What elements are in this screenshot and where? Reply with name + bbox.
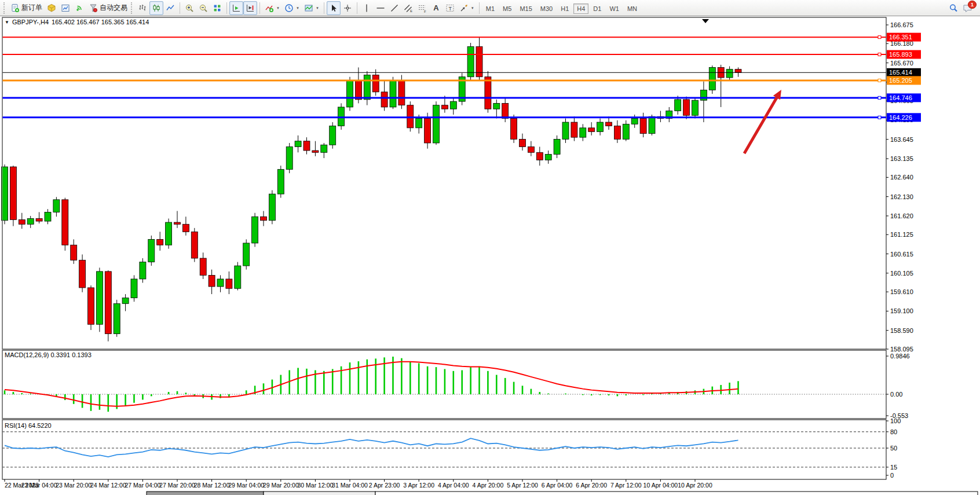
clock-icon [284, 3, 294, 13]
zoom-in-button[interactable] [182, 1, 196, 15]
timeframe-m1-button[interactable]: M1 [482, 3, 498, 14]
rsi-tick-label: 0 [890, 472, 894, 479]
template-icon [304, 3, 313, 13]
channel-icon: E [404, 3, 413, 13]
price-tick-label: 162.640 [890, 174, 913, 181]
indicators-button[interactable]: ▼ [262, 1, 282, 15]
time-axis-label: 23 Mar 20:00 [56, 482, 92, 489]
notification-badge: 1 [968, 1, 977, 9]
crosshair-tool-button[interactable] [341, 1, 354, 15]
toolbar-grip [131, 2, 134, 14]
timeframe-m30-button[interactable]: M30 [537, 3, 556, 14]
svg-text:F: F [424, 9, 426, 13]
templates-button[interactable]: ▼ [302, 1, 321, 15]
arrows-tool-button[interactable]: ▼ [457, 1, 477, 15]
time-axis-label: 4 Apr 20:00 [473, 482, 504, 489]
new-order-label: 新订单 [21, 3, 42, 13]
auto-trading-icon [89, 3, 98, 13]
time-axis-label: 27 Mar 20:00 [159, 482, 195, 489]
equidistant-channel-tool-button[interactable]: E [401, 1, 415, 15]
bottom-tab[interactable] [264, 492, 375, 495]
market-watch-button[interactable] [45, 1, 58, 15]
line-handle[interactable] [878, 36, 881, 39]
chart-title-symbol: GBPJPY-,H4 [12, 19, 49, 25]
tile-windows-button[interactable] [210, 1, 224, 15]
timeframe-d1-button[interactable]: D1 [590, 3, 605, 14]
macd-indicator-label: MACD(12,26,9) 0.3391 0.1393 [5, 351, 92, 358]
periods-button[interactable]: ▼ [282, 1, 302, 15]
time-axis-label: 29 Mar 20:00 [263, 482, 299, 489]
search-icon[interactable] [949, 3, 958, 13]
new-order-button[interactable]: 新订单 [8, 1, 45, 15]
cursor-tool-button[interactable] [327, 1, 341, 15]
fibonacci-tool-button[interactable]: F [415, 1, 429, 15]
vertical-line-tool-button[interactable] [360, 1, 374, 15]
timeframe-mn-button[interactable]: MN [624, 3, 641, 14]
price-line-badge-label: 165.205 [889, 77, 912, 84]
macd-tick-label: 0.00 [890, 391, 902, 398]
time-axis-label: 27 Mar 04:00 [125, 482, 160, 489]
price-tick-label: 163.135 [890, 155, 913, 162]
price-tick-label: 163.645 [890, 136, 913, 143]
text-tool-label: A [432, 3, 441, 12]
line-chart-icon [166, 3, 175, 13]
text-label-icon: T [445, 3, 455, 13]
chart-window: ▼ GBPJPY-,H4 165.402 165.467 165.365 165… [0, 16, 980, 495]
toolbar-grip [3, 2, 7, 14]
fibonacci-icon: F [418, 3, 427, 13]
new-order-icon [10, 3, 20, 13]
time-axis-label: 6 Apr 04:00 [542, 482, 573, 489]
time-axis-label: 7 Apr 12:00 [610, 482, 642, 489]
auto-scroll-button[interactable] [229, 1, 243, 15]
line-handle[interactable] [878, 116, 881, 119]
timeframe-group: M1M5M15M30H1H4D1W1MN [482, 3, 641, 13]
horizontal-line-icon [376, 3, 385, 13]
horizontal-line-tool-button[interactable] [374, 1, 387, 15]
bar-chart-icon [138, 3, 147, 13]
toolbar-separator [226, 2, 227, 14]
price-line-badge-label: 164.746 [889, 94, 912, 101]
line-handle[interactable] [878, 96, 881, 99]
chart-shift-icon [246, 3, 255, 13]
candlestick-icon [152, 3, 161, 13]
price-tick-label: 161.620 [890, 212, 913, 219]
timeframe-m15-button[interactable]: M15 [516, 3, 535, 14]
bar-chart-type-button[interactable] [136, 1, 149, 15]
toolbar-separator [324, 2, 324, 14]
rsi-indicator-label: RSI(14) 64.5220 [5, 422, 52, 429]
history-center-button[interactable] [58, 1, 72, 15]
price-tick-label: 160.105 [890, 270, 913, 277]
auto-trading-button[interactable]: 自动交易 [86, 1, 130, 15]
trendline-tool-button[interactable] [387, 1, 401, 15]
panel-frame [2, 420, 886, 479]
zoom-out-button[interactable] [196, 1, 210, 15]
line-handle[interactable] [878, 53, 881, 56]
text-tool-button[interactable]: A [429, 1, 443, 15]
auto-scroll-icon [232, 3, 241, 13]
timeframe-h1-button[interactable]: H1 [557, 3, 572, 14]
chevron-down-icon: ▼ [471, 6, 474, 10]
timeframe-m5-button[interactable]: M5 [499, 3, 515, 14]
price-tick-label: 161.125 [890, 231, 913, 238]
notifications-button[interactable]: 1 [963, 3, 973, 13]
candlestick-chart-type-button[interactable] [149, 1, 163, 15]
toolbar-separator [259, 2, 260, 14]
svg-text:E: E [410, 9, 412, 13]
time-axis-label: 29 Mar 04:00 [228, 482, 264, 489]
timeframe-h4-button[interactable]: H4 [573, 3, 588, 14]
signals-button[interactable] [72, 1, 86, 15]
bottom-tab-bar [375, 492, 978, 495]
timeframe-w1-button[interactable]: W1 [606, 3, 623, 14]
main-toolbar: 新订单 自动交易 ▼ ▼ [0, 0, 980, 16]
line-handle[interactable] [878, 79, 881, 82]
vertical-line-icon [362, 3, 371, 13]
text-label-tool-button[interactable]: T [443, 1, 457, 15]
price-tick-label: 158.095 [890, 346, 913, 353]
cube-icon [47, 3, 56, 13]
chart-canvas[interactable]: 166.675166.180165.670165.160164.665164.1… [0, 16, 980, 495]
tile-windows-icon [213, 3, 222, 13]
chart-shift-button[interactable] [243, 1, 257, 15]
collapse-triangle-icon[interactable]: ▼ [5, 20, 9, 25]
bottom-tab[interactable] [147, 492, 264, 495]
line-chart-type-button[interactable] [163, 1, 177, 15]
